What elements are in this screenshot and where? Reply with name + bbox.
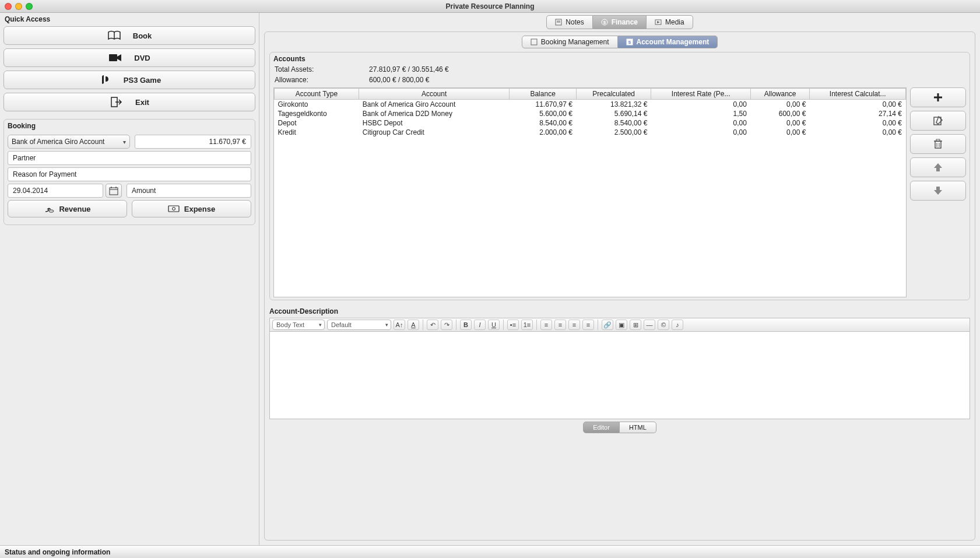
account-mgmt-icon: $ — [626, 38, 633, 45]
calendar-icon — [109, 186, 118, 195]
col-precalculated[interactable]: Precalculated — [576, 89, 651, 100]
bullet-list-button[interactable]: •≡ — [507, 320, 519, 330]
italic-button[interactable]: I — [474, 320, 486, 330]
font-color-button[interactable]: A — [408, 320, 419, 330]
italic-icon: I — [479, 321, 480, 328]
symbol-button[interactable]: © — [658, 320, 669, 330]
bullet-list-icon: •≡ — [510, 321, 516, 328]
editor-mode-editor[interactable]: Editor — [583, 422, 620, 433]
tab-account-management[interactable]: $ Account Management — [618, 36, 718, 48]
revenue-button-label: Revenue — [59, 205, 90, 213]
align-center-button[interactable]: ≡ — [554, 320, 566, 330]
total-assets-value: 27.810,97 € / 30.551,46 € — [369, 65, 966, 73]
underline-button[interactable]: U — [488, 320, 500, 330]
editor-mode-html[interactable]: HTML — [620, 422, 656, 433]
accounts-summary: Total Assets: 27.810,97 € / 30.551,46 € … — [275, 65, 966, 84]
media-clip-icon: ♪ — [676, 321, 679, 328]
col-balance[interactable]: Balance — [510, 89, 577, 100]
booking-date-input[interactable]: 29.04.2014 — [8, 184, 103, 198]
description-label: Account-Description — [269, 307, 970, 315]
playstation-icon — [98, 74, 112, 86]
exit-button[interactable]: Exit — [3, 93, 255, 111]
expense-icon — [168, 205, 180, 213]
col-account-type[interactable]: Account Type — [275, 89, 359, 100]
reason-input[interactable]: Reason for Payment — [8, 167, 251, 181]
revenue-button[interactable]: Revenue — [8, 200, 127, 217]
col-account[interactable]: Account — [359, 89, 510, 100]
svg-text:$: $ — [603, 20, 606, 25]
plus-icon — [933, 92, 943, 103]
font-color-icon: A — [411, 321, 415, 328]
svg-rect-1 — [109, 54, 117, 61]
svg-rect-8 — [168, 206, 179, 212]
booking-account-select[interactable]: Bank of America Giro Account — [8, 135, 130, 149]
allowance-label: Allowance: — [275, 76, 362, 84]
sidebar: Quick Access Book DVD PS3 Game Exit — [0, 13, 259, 545]
table-row[interactable]: KreditCitigroup Car Credit2.000,00 €2.50… — [275, 128, 906, 137]
tab-notes[interactable]: Notes — [546, 15, 592, 29]
expense-button-label: Expense — [184, 205, 215, 213]
svg-point-7 — [49, 210, 54, 212]
hr-button[interactable]: — — [644, 320, 655, 330]
booking-account-value: Bank of America Giro Account — [12, 138, 104, 146]
tab-media[interactable]: Media — [647, 15, 693, 29]
amount-input[interactable]: Amount — [127, 184, 251, 198]
expense-button[interactable]: Expense — [132, 200, 251, 217]
link-button[interactable]: 🔗 — [602, 320, 613, 330]
redo-button[interactable]: ↷ — [441, 320, 452, 330]
move-up-button[interactable] — [910, 157, 966, 177]
table-button[interactable]: ⊞ — [630, 320, 641, 330]
align-right-icon: ≡ — [572, 321, 576, 328]
table-row[interactable]: DepotHSBC Depot8.540,00 €8.540,00 €0,000… — [275, 118, 906, 128]
status-text: Status and ongoing information — [5, 548, 110, 556]
arrow-down-icon — [933, 185, 943, 196]
table-row[interactable]: TagesgeldkontoBank of America D2D Money5… — [275, 109, 906, 118]
table-row[interactable]: GirokontoBank of America Giro Account11.… — [275, 100, 906, 110]
tab-finance[interactable]: $ Finance — [593, 15, 647, 29]
partner-input[interactable]: Partner — [8, 151, 251, 165]
account-action-buttons — [910, 87, 966, 297]
image-button[interactable]: ▣ — [616, 320, 627, 330]
move-down-button[interactable] — [910, 181, 966, 201]
undo-icon: ↶ — [430, 321, 435, 329]
book-button[interactable]: Book — [3, 26, 255, 45]
ps3-game-button-label: PS3 Game — [124, 76, 161, 85]
calendar-button[interactable] — [106, 184, 122, 198]
dvd-button[interactable]: DVD — [3, 48, 255, 67]
add-account-button[interactable] — [910, 87, 966, 107]
delete-account-button[interactable] — [910, 134, 966, 154]
align-justify-button[interactable]: ≡ — [582, 320, 594, 330]
undo-button[interactable]: ↶ — [427, 320, 438, 330]
number-list-button[interactable]: 1≡ — [521, 320, 533, 330]
redo-icon: ↷ — [444, 321, 449, 329]
increase-font-button[interactable]: A↑ — [394, 320, 405, 330]
link-icon: 🔗 — [603, 321, 612, 329]
accounts-section-label: Accounts — [273, 55, 966, 63]
tab-booking-management[interactable]: Booking Management — [522, 36, 618, 48]
font-increase-icon: A↑ — [396, 321, 403, 328]
quick-access-label: Quick Access — [3, 13, 255, 24]
font-select[interactable]: Default — [327, 320, 391, 330]
editor-textarea[interactable] — [269, 332, 970, 419]
svg-rect-22 — [935, 141, 941, 148]
ps3-game-button[interactable]: PS3 Game — [3, 71, 255, 89]
col-interest-rate[interactable]: Interest Rate (Pe... — [651, 89, 751, 100]
col-allowance[interactable]: Allowance — [750, 89, 810, 100]
description-section: Account-Description Body Text Default A↑… — [269, 305, 970, 433]
booking-mgmt-icon — [531, 38, 538, 45]
exit-button-label: Exit — [135, 98, 149, 107]
media-button[interactable]: ♪ — [672, 320, 683, 330]
col-interest-calc[interactable]: Interest Calculat... — [810, 89, 906, 100]
align-right-button[interactable]: ≡ — [568, 320, 580, 330]
align-left-button[interactable]: ≡ — [540, 320, 552, 330]
style-select[interactable]: Body Text — [272, 320, 325, 330]
number-list-icon: 1≡ — [524, 321, 531, 328]
symbol-icon: © — [661, 321, 666, 328]
arrow-up-icon — [933, 162, 943, 173]
bold-button[interactable]: B — [460, 320, 472, 330]
editor-mode-tabs: Editor HTML — [269, 422, 970, 433]
accounts-table[interactable]: Account Type Account Balance Precalculat… — [273, 87, 907, 297]
edit-account-button[interactable] — [910, 111, 966, 131]
module-tab-bar: Notes $ Finance Media — [264, 15, 975, 29]
align-left-icon: ≡ — [545, 321, 548, 328]
